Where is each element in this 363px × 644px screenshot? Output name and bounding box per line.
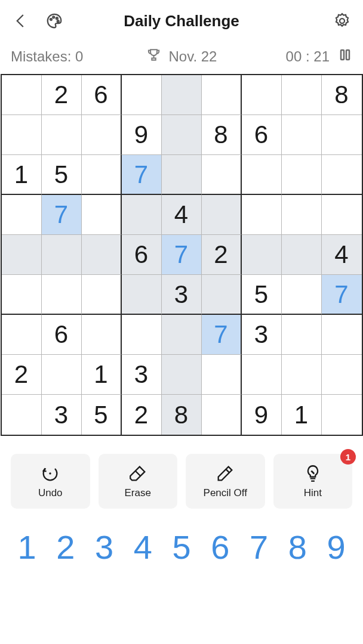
cell-r4-c5[interactable]: 4 <box>162 195 202 235</box>
cell-r1-c7[interactable] <box>242 75 282 115</box>
cell-r8-c7[interactable] <box>242 355 282 395</box>
erase-button[interactable]: Erase <box>99 454 178 509</box>
cell-r2-c7[interactable]: 6 <box>242 115 282 155</box>
cell-r2-c6[interactable]: 8 <box>202 115 242 155</box>
cell-r4-c3[interactable] <box>82 195 122 235</box>
hint-button[interactable]: Hint 1 <box>273 454 353 509</box>
cell-r5-c4[interactable]: 6 <box>122 235 162 275</box>
cell-r8-c1[interactable]: 2 <box>2 355 42 395</box>
cell-r9-c9[interactable] <box>322 395 362 435</box>
svg-point-1 <box>53 16 54 18</box>
cell-r1-c6[interactable] <box>202 75 242 115</box>
cell-r7-c9[interactable] <box>322 315 362 355</box>
cell-r2-c8[interactable] <box>282 115 322 155</box>
cell-r5-c8[interactable] <box>282 235 322 275</box>
cell-r3-c5[interactable] <box>162 155 202 195</box>
numpad-5[interactable]: 5 <box>164 528 199 566</box>
theme-button[interactable] <box>44 11 64 31</box>
cell-r8-c9[interactable] <box>322 355 362 395</box>
cell-r6-c2[interactable] <box>42 275 82 315</box>
cell-r6-c7[interactable]: 5 <box>242 275 282 315</box>
cell-r4-c2[interactable]: 7 <box>42 195 82 235</box>
cell-r7-c7[interactable]: 3 <box>242 315 282 355</box>
cell-r9-c6[interactable] <box>202 395 242 435</box>
cell-r5-c9[interactable]: 4 <box>322 235 362 275</box>
cell-r2-c9[interactable] <box>322 115 362 155</box>
numpad-3[interactable]: 3 <box>87 528 122 566</box>
cell-r9-c3[interactable]: 5 <box>82 395 122 435</box>
cell-r4-c7[interactable] <box>242 195 282 235</box>
undo-button[interactable]: Undo <box>11 454 90 509</box>
numpad-1[interactable]: 1 <box>10 528 44 566</box>
cell-r8-c4[interactable]: 3 <box>122 355 162 395</box>
cell-r5-c5[interactable]: 7 <box>162 235 202 275</box>
cell-r3-c3[interactable] <box>82 155 122 195</box>
numpad-6[interactable]: 6 <box>203 528 238 566</box>
cell-r7-c3[interactable] <box>82 315 122 355</box>
cell-r7-c8[interactable] <box>282 315 322 355</box>
cell-r4-c8[interactable] <box>282 195 322 235</box>
cell-r1-c9[interactable]: 8 <box>322 75 362 115</box>
cell-r6-c6[interactable] <box>202 275 242 315</box>
cell-r6-c4[interactable] <box>122 275 162 315</box>
pencil-button[interactable]: Pencil Off <box>186 454 265 509</box>
pause-button[interactable] <box>338 48 352 66</box>
cell-r1-c2[interactable]: 2 <box>42 75 82 115</box>
cell-r2-c4[interactable]: 9 <box>122 115 162 155</box>
cell-r6-c5[interactable]: 3 <box>162 275 202 315</box>
cell-r8-c3[interactable]: 1 <box>82 355 122 395</box>
numpad-9[interactable]: 9 <box>319 528 353 566</box>
cell-r6-c8[interactable] <box>282 275 322 315</box>
cell-r1-c1[interactable] <box>2 75 42 115</box>
cell-r9-c7[interactable]: 9 <box>242 395 282 435</box>
cell-r2-c2[interactable] <box>42 115 82 155</box>
cell-r1-c3[interactable]: 6 <box>82 75 122 115</box>
cell-r8-c6[interactable] <box>202 355 242 395</box>
cell-r2-c1[interactable] <box>2 115 42 155</box>
cell-r6-c1[interactable] <box>2 275 42 315</box>
cell-r3-c1[interactable]: 1 <box>2 155 42 195</box>
cell-r6-c3[interactable] <box>82 275 122 315</box>
cell-r3-c2[interactable]: 5 <box>42 155 82 195</box>
cell-r3-c7[interactable] <box>242 155 282 195</box>
cell-r7-c2[interactable]: 6 <box>42 315 82 355</box>
cell-r8-c8[interactable] <box>282 355 322 395</box>
cell-r9-c1[interactable] <box>2 395 42 435</box>
settings-button[interactable] <box>332 11 352 31</box>
back-button[interactable] <box>11 11 31 31</box>
cell-r7-c5[interactable] <box>162 315 202 355</box>
cell-r9-c5[interactable]: 8 <box>162 395 202 435</box>
cell-r2-c5[interactable] <box>162 115 202 155</box>
numpad-2[interactable]: 2 <box>48 528 83 566</box>
cell-r2-c3[interactable] <box>82 115 122 155</box>
cell-r5-c3[interactable] <box>82 235 122 275</box>
cell-r8-c2[interactable] <box>42 355 82 395</box>
cell-r4-c4[interactable] <box>122 195 162 235</box>
cell-r5-c7[interactable] <box>242 235 282 275</box>
cell-r5-c1[interactable] <box>2 235 42 275</box>
cell-r5-c2[interactable] <box>42 235 82 275</box>
cell-r1-c5[interactable] <box>162 75 202 115</box>
cell-r3-c6[interactable] <box>202 155 242 195</box>
cell-r1-c8[interactable] <box>282 75 322 115</box>
cell-r7-c1[interactable] <box>2 315 42 355</box>
cell-r4-c6[interactable] <box>202 195 242 235</box>
cell-r4-c9[interactable] <box>322 195 362 235</box>
cell-r9-c4[interactable]: 2 <box>122 395 162 435</box>
numpad-8[interactable]: 8 <box>280 528 315 566</box>
numpad-7[interactable]: 7 <box>242 528 276 566</box>
cell-r4-c1[interactable] <box>2 195 42 235</box>
cell-r3-c4[interactable]: 7 <box>122 155 162 195</box>
cell-r6-c9[interactable]: 7 <box>322 275 362 315</box>
cell-r9-c8[interactable]: 1 <box>282 395 322 435</box>
cell-r3-c9[interactable] <box>322 155 362 195</box>
cell-r3-c8[interactable] <box>282 155 322 195</box>
numpad-4[interactable]: 4 <box>125 528 160 566</box>
cell-r5-c6[interactable]: 2 <box>202 235 242 275</box>
cell-r9-c2[interactable]: 3 <box>42 395 82 435</box>
cell-r7-c4[interactable] <box>122 315 162 355</box>
cell-r7-c6[interactable]: 7 <box>202 315 242 355</box>
number-pad: 123456789 <box>0 515 363 566</box>
cell-r8-c5[interactable] <box>162 355 202 395</box>
cell-r1-c4[interactable] <box>122 75 162 115</box>
